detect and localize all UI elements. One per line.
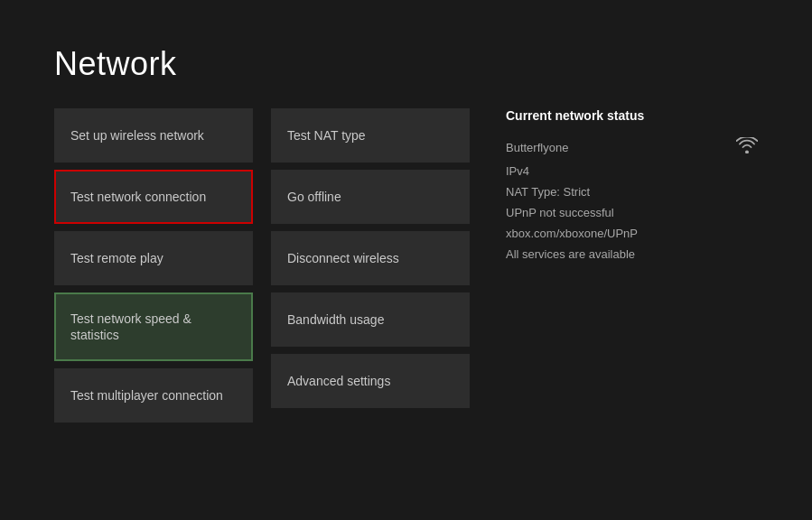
middle-column: Test NAT type Go offline Disconnect wire…: [271, 108, 470, 484]
status-section: Current network status Butterflyone IPv4: [506, 108, 758, 265]
menu-item-go-offline[interactable]: Go offline: [271, 170, 470, 224]
left-column: Set up wireless network Test network con…: [54, 108, 253, 484]
status-network-name: Butterflyone: [506, 141, 568, 154]
status-upnp-url: xbox.com/xboxone/UPnP: [506, 227, 638, 240]
menu-item-setup-wireless[interactable]: Set up wireless network: [54, 108, 253, 162]
page-title: Network: [54, 45, 758, 83]
menu-item-test-network-connection[interactable]: Test network connection: [54, 170, 253, 224]
status-row-network-name: Butterflyone: [506, 134, 758, 161]
page-container: Network Set up wireless network Test net…: [0, 0, 812, 520]
menu-item-bandwidth-usage[interactable]: Bandwidth usage: [271, 292, 470, 347]
status-title: Current network status: [506, 108, 758, 123]
menu-item-disconnect-wireless[interactable]: Disconnect wireless: [271, 231, 470, 285]
menu-item-test-nat-type[interactable]: Test NAT type: [271, 108, 470, 162]
status-ip-version: IPv4: [506, 164, 529, 178]
status-nat-type: NAT Type: Strict: [506, 185, 590, 199]
status-row-ipv4: IPv4: [506, 161, 758, 181]
status-row-services: All services are available: [506, 244, 758, 265]
menu-item-advanced-settings[interactable]: Advanced settings: [271, 354, 470, 408]
menu-item-test-multiplayer[interactable]: Test multiplayer connection: [54, 368, 253, 422]
content-area: Set up wireless network Test network con…: [54, 108, 758, 484]
wifi-icon: [736, 137, 758, 157]
status-upnp-status: UPnP not successful: [506, 206, 614, 219]
menu-item-test-remote-play[interactable]: Test remote play: [54, 231, 253, 285]
menu-item-test-network-speed[interactable]: Test network speed & statistics: [54, 292, 253, 361]
status-row-nat-type: NAT Type: Strict: [506, 181, 758, 202]
status-row-upnp: UPnP not successful: [506, 202, 758, 223]
right-column: Current network status Butterflyone IPv4: [488, 108, 758, 484]
status-services: All services are available: [506, 247, 635, 261]
status-row-upnp-url: xbox.com/xboxone/UPnP: [506, 223, 758, 244]
